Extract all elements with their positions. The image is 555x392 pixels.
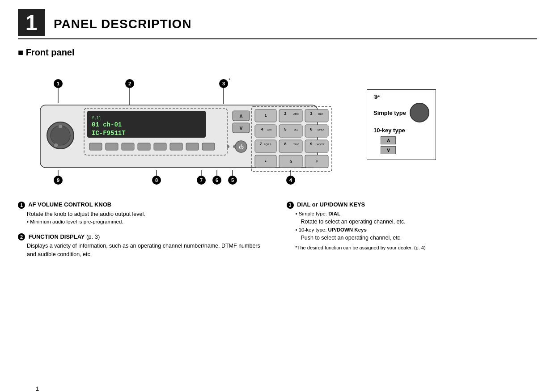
svg-text:GHI: GHI <box>267 128 272 131</box>
down-arrow-btn[interactable]: ∨ <box>381 146 396 154</box>
svg-text:⏻: ⏻ <box>239 144 244 150</box>
svg-rect-29 <box>138 143 150 150</box>
svg-point-34 <box>227 145 229 148</box>
svg-text:3: 3 <box>310 111 312 116</box>
svg-text:8: 8 <box>155 177 158 183</box>
svg-text:2: 2 <box>284 111 286 116</box>
svg-text:*: * <box>265 160 267 164</box>
svg-rect-33 <box>202 143 215 150</box>
desc-function-display-body: Displays a variety of information, such … <box>27 242 269 259</box>
svg-point-12 <box>51 126 70 145</box>
svg-text:JKL: JKL <box>294 128 299 131</box>
svg-text:7: 7 <box>259 142 262 146</box>
svg-text:PQRS: PQRS <box>263 143 271 146</box>
svg-text:Y.ll: Y.ll <box>92 116 102 120</box>
desc-function-display: 2 FUNCTION DISPLAY (p. 3) Displays a var… <box>18 233 269 259</box>
page-title: PANEL DESCRIPTION <box>54 9 191 31</box>
desc-af-volume-title: 1 AF VOLUME CONTROL KNOB <box>18 201 269 209</box>
svg-text:0: 0 <box>289 160 292 164</box>
svg-text:4: 4 <box>261 127 263 131</box>
svg-text:7: 7 <box>200 177 203 183</box>
svg-rect-31 <box>170 143 182 150</box>
svg-text:01 ch-01: 01 ch-01 <box>92 121 122 128</box>
svg-text:∧: ∧ <box>239 113 243 119</box>
svg-rect-30 <box>154 143 166 150</box>
desc-af-volume-body: Rotate the knob to adjust the audio outp… <box>27 210 269 226</box>
svg-rect-56 <box>279 140 302 152</box>
svg-text:TUV: TUV <box>293 143 299 146</box>
svg-rect-26 <box>89 143 102 150</box>
svg-text:9: 9 <box>57 177 59 183</box>
ten-key-label: 10-key type <box>373 127 429 134</box>
dial-knob-icon <box>410 103 429 122</box>
svg-rect-53 <box>255 140 276 152</box>
svg-rect-44 <box>255 125 276 137</box>
desc-af-bullet-1: • Minimum audio level is pre-programmed. <box>27 218 269 226</box>
simple-type-label: Simple type <box>373 110 406 116</box>
svg-text:*: * <box>229 78 230 83</box>
svg-text:4: 4 <box>289 177 292 183</box>
svg-rect-32 <box>186 143 199 150</box>
desc-function-display-title: 2 FUNCTION DISPLAY (p. 3) <box>18 233 269 241</box>
svg-text:1: 1 <box>57 81 59 86</box>
svg-rect-27 <box>106 143 118 150</box>
svg-text:9: 9 <box>310 142 312 146</box>
descriptions: 1 AF VOLUME CONTROL KNOB Rotate the knob… <box>18 201 537 266</box>
page-number: 1 <box>36 385 39 392</box>
svg-text:IC-F9511T: IC-F9511T <box>92 130 126 137</box>
up-arrow-btn[interactable]: ∧ <box>381 136 396 144</box>
desc-simple-type-detail: Rotate to select an operating channel, e… <box>301 218 538 226</box>
section-title: Front panel <box>18 47 537 58</box>
svg-text:8: 8 <box>284 142 286 146</box>
chapter-number: 1 <box>18 9 45 36</box>
desc-10key-type-bullet: • 10-key type: UP/DOWN Keys <box>296 226 538 234</box>
svg-text:5: 5 <box>284 127 286 131</box>
desc-10key-type-detail: Push to select an operating channel, etc… <box>301 234 538 242</box>
svg-text:6: 6 <box>216 177 218 183</box>
desc-note: *The desired function can be assigned by… <box>296 244 538 252</box>
callout-num-3: 3 <box>287 202 294 209</box>
svg-text:MNO: MNO <box>318 128 324 131</box>
desc-dial-updown-body: • Simple type: DIAL Rotate to select an … <box>296 210 538 252</box>
svg-text:1: 1 <box>264 113 267 118</box>
svg-rect-28 <box>122 143 134 150</box>
diagram-area: 1 2 3 * Y. <box>18 65 537 191</box>
radio-diagram: 1 2 3 * Y. <box>18 65 358 191</box>
svg-rect-41 <box>305 110 328 122</box>
svg-text:∨: ∨ <box>239 125 243 131</box>
svg-rect-59 <box>305 140 328 152</box>
svg-point-13 <box>59 125 62 128</box>
svg-point-14 <box>54 143 58 148</box>
svg-text:DEF: DEF <box>318 113 323 115</box>
svg-text:6: 6 <box>310 127 312 131</box>
side-panel-box: ③* Simple type 10-key type ∧ ∨ <box>367 89 436 160</box>
desc-af-volume: 1 AF VOLUME CONTROL KNOB Rotate the knob… <box>18 201 269 226</box>
svg-rect-38 <box>279 110 302 122</box>
svg-point-35 <box>233 145 236 148</box>
svg-text:ABC: ABC <box>293 113 299 115</box>
desc-simple-type-bullet: • Simple type: DIAL <box>296 210 538 218</box>
svg-text:5: 5 <box>231 177 234 183</box>
desc-dial-updown: 3 DIAL or UP/DOWN KEYS • Simple type: DI… <box>287 201 538 251</box>
svg-text:3: 3 <box>222 81 225 86</box>
svg-rect-50 <box>305 125 328 137</box>
svg-rect-47 <box>279 125 302 137</box>
callout-num-2: 2 <box>18 233 25 240</box>
svg-text:2: 2 <box>128 81 131 86</box>
side-panel-star-label: ③* <box>373 94 429 100</box>
page-header: 1 PANEL DESCRIPTION <box>18 9 537 39</box>
svg-text:#: # <box>315 160 318 164</box>
svg-text:WXYZ: WXYZ <box>317 143 325 146</box>
callout-num-1: 1 <box>18 202 25 209</box>
desc-dial-updown-title: 3 DIAL or UP/DOWN KEYS <box>287 201 538 209</box>
